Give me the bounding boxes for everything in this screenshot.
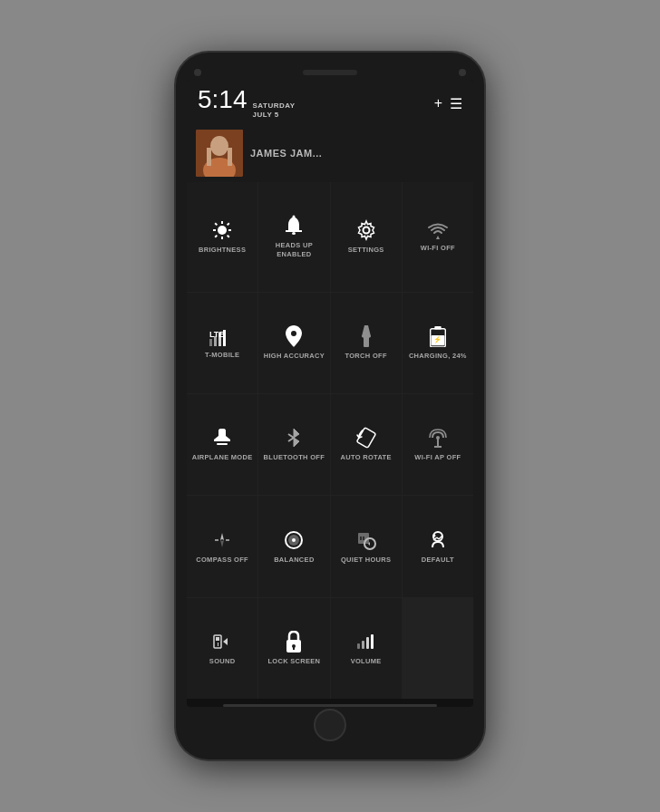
svg-rect-57 (362, 641, 364, 649)
brightness-icon (211, 219, 233, 241)
quiet-hours-label: QUIET HOURS (341, 556, 391, 565)
quiet-hours-tile[interactable]: QUIET HOURS (331, 496, 402, 596)
bluetooth-icon (286, 427, 302, 449)
svg-line-13 (228, 223, 229, 225)
balanced-icon (283, 529, 305, 551)
lte-icon: LTE (209, 326, 235, 346)
svg-rect-4 (228, 148, 232, 166)
date-section: SATURDAY JULY 5 (253, 102, 296, 121)
default-label: DEFAULT (422, 556, 454, 565)
phone-top-bar (187, 69, 473, 80)
svg-rect-56 (357, 643, 360, 649)
svg-point-1 (210, 136, 228, 156)
svg-marker-34 (220, 533, 224, 540)
wifi-ap-tile[interactable]: WI-FI AP OFF (403, 394, 473, 495)
phone-bottom (314, 707, 346, 743)
torch-off-label: TORCH OFF (345, 352, 386, 361)
default-icon (427, 529, 449, 551)
svg-text:⚡: ⚡ (433, 336, 442, 344)
user-name-label: JAMES JAM... (250, 148, 322, 159)
sensor-dot (459, 69, 466, 76)
svg-rect-20 (218, 333, 221, 346)
high-accuracy-tile[interactable]: HIGH ACCURACY (258, 293, 329, 393)
compass-icon (211, 529, 233, 551)
menu-icon[interactable]: ☰ (450, 95, 462, 112)
svg-rect-26 (434, 326, 441, 330)
compass-label: COMPASS OFF (196, 556, 248, 565)
airplane-tile[interactable]: AIRPLANE MODE (187, 394, 257, 495)
compass-tile[interactable]: COMPASS OFF (187, 496, 257, 596)
status-bar: 5:14 SATURDAY JULY 5 + ☰ (187, 80, 473, 126)
default-tile[interactable]: DEFAULT (403, 496, 473, 596)
settings-tile[interactable]: SETTINGS (331, 182, 402, 292)
svg-line-11 (228, 236, 229, 237)
add-icon[interactable]: + (434, 95, 442, 111)
wifi-ap-label: WI-FI AP OFF (414, 453, 461, 462)
phone-screen: 5:14 SATURDAY JULY 5 + ☰ (187, 80, 473, 707)
svg-line-10 (215, 223, 217, 225)
svg-rect-52 (218, 643, 218, 646)
camera-dot (194, 69, 201, 76)
sound-tile[interactable]: SOUND (187, 598, 257, 699)
svg-rect-55 (293, 646, 295, 650)
high-accuracy-label: HIGH ACCURACY (264, 352, 325, 361)
svg-point-16 (363, 227, 369, 233)
brightness-label: BRIGHTNESS (199, 246, 246, 255)
balanced-tile[interactable]: BALANCED (258, 496, 329, 596)
svg-point-22 (291, 331, 296, 336)
location-icon (285, 325, 303, 347)
status-icons: + ☰ (434, 95, 462, 112)
svg-point-46 (432, 534, 435, 536)
lock-screen-label: LOCK SCREEN (267, 657, 320, 666)
heads-up-label: HEADS UPENABLED (276, 241, 313, 259)
sound-icon (211, 631, 233, 652)
svg-rect-21 (223, 330, 226, 346)
svg-point-40 (292, 538, 296, 542)
lock-icon (285, 631, 303, 652)
charging-tile[interactable]: ⚡ CHARGING, 24% (403, 293, 473, 393)
day-label: SATURDAY (253, 102, 296, 111)
wifi-ap-icon (427, 427, 449, 449)
rotate-icon (355, 427, 377, 449)
wifi-off-label: WI-FI OFF (421, 244, 455, 253)
svg-rect-3 (207, 148, 211, 166)
svg-line-12 (215, 236, 217, 237)
wifi-off-icon (427, 221, 449, 239)
quiet-icon (355, 529, 377, 551)
lock-screen-tile[interactable]: LOCK SCREEN (258, 598, 329, 699)
charging-label: CHARGING, 24% (409, 352, 467, 361)
brightness-tile[interactable]: BRIGHTNESS (187, 182, 257, 292)
battery-icon: ⚡ (429, 325, 447, 347)
svg-rect-59 (371, 634, 374, 649)
svg-rect-51 (216, 637, 219, 641)
avatar (196, 130, 243, 177)
torch-off-tile[interactable]: TORCH OFF (331, 293, 402, 393)
volume-icon (355, 631, 377, 652)
home-button[interactable] (314, 709, 346, 741)
svg-rect-18 (209, 339, 212, 346)
quick-settings-grid: BRIGHTNESS HEADS UPENABLED (187, 182, 473, 699)
svg-rect-29 (217, 443, 228, 445)
speaker-grille (303, 70, 357, 75)
volume-tile[interactable]: VOLUME (331, 598, 402, 699)
avatar-image (196, 130, 243, 177)
airplane-label: AIRPLANE MODE (192, 453, 253, 462)
sound-label: SOUND (209, 657, 236, 666)
clock: 5:14 (198, 87, 248, 112)
svg-point-15 (293, 216, 296, 218)
heads-up-tile[interactable]: HEADS UPENABLED (258, 182, 329, 292)
svg-point-24 (362, 334, 371, 338)
profile-header: JAMES JAM... (187, 126, 473, 182)
svg-text:LTE: LTE (209, 330, 224, 339)
volume-label: VOLUME (351, 657, 382, 666)
bluetooth-tile[interactable]: BLUETOOTH OFF (258, 394, 329, 495)
svg-rect-14 (292, 232, 296, 235)
date-label: JULY 5 (253, 111, 296, 120)
torch-icon (357, 325, 375, 347)
balanced-label: BALANCED (274, 556, 314, 565)
svg-marker-35 (220, 540, 224, 547)
settings-icon (355, 219, 377, 241)
wifi-off-tile[interactable]: WI-FI OFF (403, 182, 473, 292)
auto-rotate-tile[interactable]: AUTO ROTATE (331, 394, 402, 495)
t-mobile-tile[interactable]: LTE T-MOBILE (187, 293, 257, 393)
